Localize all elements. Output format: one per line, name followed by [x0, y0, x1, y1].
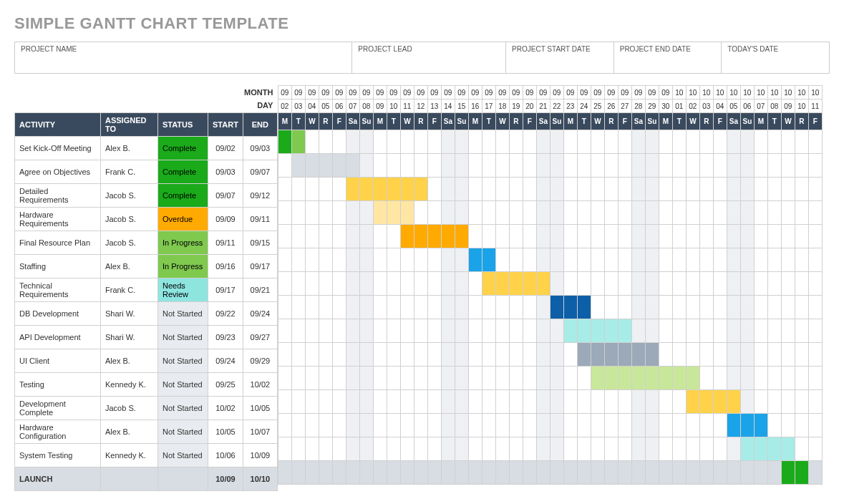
gantt-cell[interactable]	[713, 343, 727, 367]
gantt-cell[interactable]	[509, 154, 523, 178]
gantt-cell[interactable]	[618, 154, 631, 178]
gantt-cell[interactable]	[659, 414, 672, 437]
gantt-cell[interactable]	[346, 461, 359, 485]
status-cell[interactable]: Overdue	[158, 207, 208, 231]
gantt-cell[interactable]	[713, 130, 727, 154]
gantt-cell[interactable]	[795, 319, 808, 343]
gantt-cell[interactable]	[319, 272, 332, 296]
start-cell[interactable]: 09/25	[208, 372, 243, 396]
gantt-cell[interactable]	[699, 367, 713, 390]
gantt-cell[interactable]	[414, 296, 427, 319]
gantt-cell[interactable]	[441, 225, 455, 248]
gantt-cell[interactable]	[387, 367, 400, 390]
gantt-cell[interactable]	[400, 319, 414, 343]
gantt-cell[interactable]	[591, 248, 604, 272]
gantt-cell[interactable]	[754, 201, 767, 225]
gantt-cell[interactable]	[455, 367, 468, 390]
gantt-cell[interactable]	[808, 272, 822, 296]
gantt-cell[interactable]	[727, 390, 740, 414]
gantt-cell[interactable]	[536, 201, 550, 225]
gantt-cell[interactable]	[577, 154, 591, 178]
gantt-cell[interactable]	[291, 437, 305, 461]
gantt-cell[interactable]	[659, 272, 672, 296]
gantt-cell[interactable]	[727, 319, 740, 343]
gantt-cell[interactable]	[591, 461, 604, 485]
gantt-cell[interactable]	[577, 414, 591, 437]
gantt-cell[interactable]	[373, 367, 387, 390]
gantt-cell[interactable]	[645, 178, 659, 201]
gantt-cell[interactable]	[400, 272, 414, 296]
gantt-cell[interactable]	[414, 437, 427, 461]
gantt-cell[interactable]	[482, 414, 495, 437]
gantt-cell[interactable]	[591, 437, 604, 461]
gantt-cell[interactable]	[441, 461, 455, 485]
gantt-cell[interactable]	[808, 201, 822, 225]
gantt-cell[interactable]	[618, 130, 631, 154]
gantt-cell[interactable]	[387, 248, 400, 272]
gantt-cell[interactable]	[618, 225, 631, 248]
gantt-cell[interactable]	[550, 178, 563, 201]
gantt-cell[interactable]	[495, 248, 509, 272]
gantt-cell[interactable]	[550, 343, 563, 367]
gantt-cell[interactable]	[795, 272, 808, 296]
gantt-cell[interactable]	[427, 272, 441, 296]
activity-cell[interactable]: Staffing	[15, 254, 101, 278]
gantt-cell[interactable]	[767, 319, 781, 343]
gantt-cell[interactable]	[686, 319, 699, 343]
gantt-cell[interactable]	[482, 367, 495, 390]
gantt-cell[interactable]	[604, 390, 618, 414]
gantt-cell[interactable]	[414, 201, 427, 225]
gantt-cell[interactable]	[523, 343, 536, 367]
gantt-cell[interactable]	[278, 201, 291, 225]
gantt-cell[interactable]	[563, 319, 577, 343]
gantt-cell[interactable]	[305, 414, 319, 437]
gantt-cell[interactable]	[332, 343, 346, 367]
gantt-cell[interactable]	[659, 201, 672, 225]
gantt-cell[interactable]	[400, 437, 414, 461]
gantt-cell[interactable]	[795, 343, 808, 367]
gantt-cell[interactable]	[604, 225, 618, 248]
gantt-cell[interactable]	[523, 367, 536, 390]
gantt-cell[interactable]	[550, 130, 563, 154]
gantt-cell[interactable]	[604, 201, 618, 225]
gantt-cell[interactable]	[482, 319, 495, 343]
gantt-cell[interactable]	[686, 130, 699, 154]
gantt-cell[interactable]	[740, 461, 754, 485]
gantt-cell[interactable]	[591, 272, 604, 296]
gantt-cell[interactable]	[319, 296, 332, 319]
gantt-cell[interactable]	[740, 272, 754, 296]
gantt-cell[interactable]	[767, 461, 781, 485]
gantt-cell[interactable]	[659, 437, 672, 461]
gantt-cell[interactable]	[795, 178, 808, 201]
gantt-cell[interactable]	[455, 272, 468, 296]
gantt-cell[interactable]	[795, 248, 808, 272]
gantt-cell[interactable]	[808, 437, 822, 461]
gantt-cell[interactable]	[346, 343, 359, 367]
gantt-cell[interactable]	[482, 201, 495, 225]
gantt-cell[interactable]	[781, 390, 795, 414]
gantt-cell[interactable]	[495, 414, 509, 437]
activity-cell[interactable]: Agree on Objectives	[15, 160, 101, 183]
gantt-cell[interactable]	[618, 178, 631, 201]
gantt-cell[interactable]	[414, 319, 427, 343]
gantt-cell[interactable]	[795, 154, 808, 178]
assigned-cell[interactable]: Frank C.	[101, 160, 158, 183]
gantt-cell[interactable]	[319, 390, 332, 414]
gantt-cell[interactable]	[754, 130, 767, 154]
gantt-cell[interactable]	[387, 178, 400, 201]
gantt-cell[interactable]	[346, 201, 359, 225]
activity-cell[interactable]: UI Client	[15, 349, 101, 372]
gantt-cell[interactable]	[550, 248, 563, 272]
gantt-cell[interactable]	[359, 437, 373, 461]
gantt-cell[interactable]	[319, 248, 332, 272]
gantt-cell[interactable]	[563, 154, 577, 178]
gantt-cell[interactable]	[387, 201, 400, 225]
gantt-cell[interactable]	[577, 461, 591, 485]
gantt-cell[interactable]	[781, 178, 795, 201]
gantt-cell[interactable]	[577, 343, 591, 367]
gantt-cell[interactable]	[319, 201, 332, 225]
gantt-cell[interactable]	[373, 461, 387, 485]
gantt-cell[interactable]	[618, 272, 631, 296]
gantt-cell[interactable]	[291, 178, 305, 201]
gantt-cell[interactable]	[808, 130, 822, 154]
